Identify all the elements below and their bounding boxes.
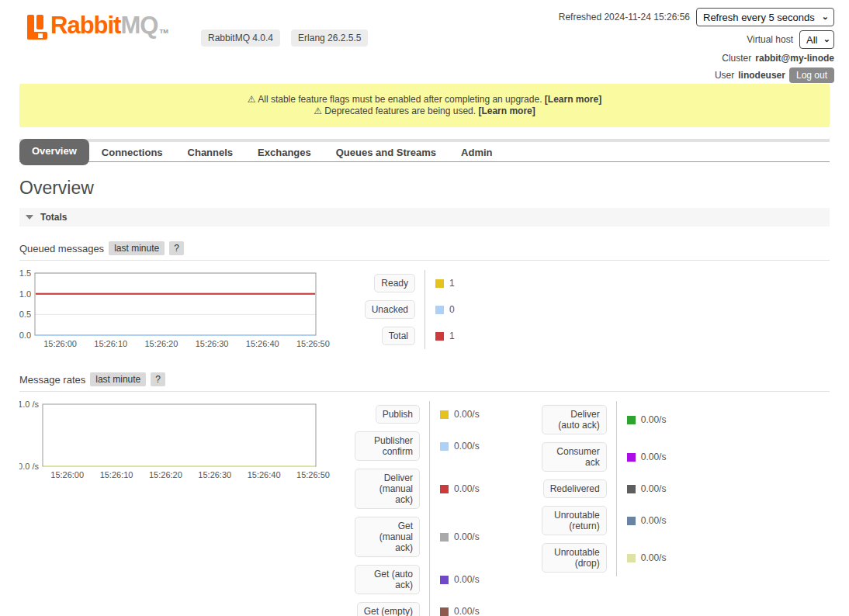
legend-row-deliver-auto: Deliver (auto ack) 0.00/s xyxy=(532,401,667,438)
user-name: linodeuser xyxy=(738,70,785,81)
svg-text:15:26:40: 15:26:40 xyxy=(248,470,281,479)
consumer-ack-rate: 0.00/s xyxy=(641,452,667,462)
learn-more-link-2[interactable]: [Learn more] xyxy=(478,106,535,116)
tab-admin[interactable]: Admin xyxy=(449,139,504,163)
queued-messages-legend: Ready 1 Unacked 0 Total 1 xyxy=(345,270,455,349)
deliver-manual-color-swatch xyxy=(440,485,449,493)
svg-text:1.5: 1.5 xyxy=(19,270,31,278)
queued-messages-title: Queued messages xyxy=(19,243,104,254)
ready-legend-button[interactable]: Ready xyxy=(374,274,415,292)
header-status-panel: Refreshed 2024-11-24 15:26:56 Refresh ev… xyxy=(559,8,834,83)
message-rates-chart: 1.0 /s0.0 /s15:26:0015:26:1015:26:2015:2… xyxy=(19,401,345,482)
total-color-swatch xyxy=(435,332,444,341)
legend-row-deliver-manual: Deliver (manual ack) 0.00/s xyxy=(345,465,480,513)
page-title: Overview xyxy=(19,178,830,199)
learn-more-link-1[interactable]: [Learn more] xyxy=(545,94,601,105)
get-auto-legend-button[interactable]: Get (auto ack) xyxy=(355,565,420,594)
svg-text:15:26:30: 15:26:30 xyxy=(196,339,229,348)
cluster-name: rabbit@my-linode xyxy=(755,53,834,64)
deliver-auto-legend-button[interactable]: Deliver (auto ack) xyxy=(542,405,607,434)
message-rates-legend-left: Publish 0.00/s Publisher confirm 0.00/s … xyxy=(345,401,480,616)
queued-messages-chart-svg: 1.51.00.50.015:26:0015:26:1015:26:2015:2… xyxy=(19,270,345,351)
svg-text:15:26:20: 15:26:20 xyxy=(144,339,178,348)
deliver-manual-legend-button[interactable]: Deliver (manual ack) xyxy=(355,469,420,509)
get-empty-legend-button[interactable]: Get (empty) xyxy=(357,602,420,616)
erlang-version-badge: Erlang 26.2.5.5 xyxy=(291,29,368,47)
svg-text:15:26:10: 15:26:10 xyxy=(100,470,133,479)
legend-row-publish: Publish 0.00/s xyxy=(345,401,480,427)
feature-flags-warning-banner: ⚠ All stable feature flags must be enabl… xyxy=(19,84,830,127)
totals-section-header[interactable]: Totals xyxy=(19,208,830,227)
svg-text:15:26:00: 15:26:00 xyxy=(50,470,84,479)
message-rates-legend-right: Deliver (auto ack) 0.00/s Consumer ack 0… xyxy=(532,401,667,576)
cluster-label: Cluster xyxy=(722,53,751,64)
warning-line-2: ⚠ Deprecated features are being used. [L… xyxy=(27,106,822,117)
svg-text:0.0 /s: 0.0 /s xyxy=(19,462,39,471)
queued-messages-section-label: Queued messages last minute ? xyxy=(19,241,830,261)
publish-legend-button[interactable]: Publish xyxy=(376,405,420,424)
virtual-host-label: Virtual host xyxy=(747,34,793,45)
legend-row-get-empty: Get (empty) 0.00/s xyxy=(345,598,480,616)
total-legend-button[interactable]: Total xyxy=(382,327,415,345)
svg-text:1.0: 1.0 xyxy=(19,289,31,299)
consumer-ack-legend-button[interactable]: Consumer ack xyxy=(542,442,607,472)
legend-row-ready: Ready 1 xyxy=(345,270,455,296)
svg-text:15:26:20: 15:26:20 xyxy=(149,470,182,479)
svg-text:15:26:50: 15:26:50 xyxy=(296,339,330,348)
svg-text:15:26:00: 15:26:00 xyxy=(43,339,77,348)
get-empty-rate: 0.00/s xyxy=(454,606,480,616)
refreshed-timestamp: Refreshed 2024-11-24 15:26:56 xyxy=(559,12,690,22)
get-empty-color-swatch xyxy=(440,607,449,616)
total-value: 1 xyxy=(449,330,455,341)
tab-connections[interactable]: Connections xyxy=(89,139,175,163)
svg-text:0.0: 0.0 xyxy=(19,330,31,340)
publisher-confirm-legend-button[interactable]: Publisher confirm xyxy=(355,431,420,461)
unroutable-return-legend-button[interactable]: Unroutable (return) xyxy=(542,506,607,535)
virtual-host-select[interactable]: All xyxy=(799,30,834,49)
deliver-auto-rate: 0.00/s xyxy=(641,414,667,425)
publisher-confirm-color-swatch xyxy=(440,442,449,451)
publish-color-swatch xyxy=(440,410,449,419)
ready-color-swatch xyxy=(435,279,444,288)
legend-row-unroutable-drop: Unroutable (drop) 0.00/s xyxy=(532,539,667,576)
tab-overview[interactable]: Overview xyxy=(19,139,89,165)
warning-text-1: ⚠ All stable feature flags must be enabl… xyxy=(248,94,542,105)
rates-period-badge[interactable]: last minute xyxy=(90,372,146,386)
redelivered-legend-button[interactable]: Redelivered xyxy=(543,479,607,498)
unroutable-drop-color-swatch xyxy=(627,554,636,562)
publisher-confirm-rate: 0.00/s xyxy=(454,441,480,452)
svg-text:15:26:50: 15:26:50 xyxy=(296,470,330,479)
svg-text:15:26:40: 15:26:40 xyxy=(246,339,279,348)
totals-label: Totals xyxy=(40,212,67,223)
rates-help-badge[interactable]: ? xyxy=(151,372,165,386)
rabbitmq-version-badge: RabbitMQ 4.0.4 xyxy=(201,29,280,47)
unroutable-drop-legend-button[interactable]: Unroutable (drop) xyxy=(542,543,607,573)
queued-help-badge[interactable]: ? xyxy=(169,241,184,255)
get-manual-color-swatch xyxy=(440,533,449,542)
unacked-legend-button[interactable]: Unacked xyxy=(365,300,415,319)
unacked-value: 0 xyxy=(449,304,455,315)
legend-row-publisher-confirm: Publisher confirm 0.00/s xyxy=(345,427,480,465)
message-rates-section-label: Message rates last minute ? xyxy=(19,372,830,392)
svg-text:15:26:30: 15:26:30 xyxy=(198,470,231,479)
get-manual-legend-button[interactable]: Get (manual ack) xyxy=(355,517,420,557)
main-nav-tabs: Overview Connections Channels Exchanges … xyxy=(19,139,830,162)
svg-text:15:26:10: 15:26:10 xyxy=(94,339,127,348)
brand-wordmark: RabbitMQTM xyxy=(50,12,168,45)
user-label: User xyxy=(715,70,734,81)
queued-period-badge[interactable]: last minute xyxy=(109,241,165,255)
logout-button[interactable]: Log out xyxy=(789,67,834,83)
unroutable-return-color-swatch xyxy=(627,517,636,525)
svg-text:0.5: 0.5 xyxy=(19,310,31,319)
message-rates-title: Message rates xyxy=(19,374,85,386)
tab-channels[interactable]: Channels xyxy=(175,139,246,163)
queued-messages-chart: 1.51.00.50.015:26:0015:26:1015:26:2015:2… xyxy=(19,270,345,351)
tab-exchanges[interactable]: Exchanges xyxy=(245,139,324,163)
refresh-interval-select[interactable]: Refresh every 5 seconds xyxy=(696,8,834,26)
rabbitmq-logo[interactable]: RabbitMQTM xyxy=(27,12,168,45)
warning-line-1: ⚠ All stable feature flags must be enabl… xyxy=(27,94,822,106)
legend-row-redelivered: Redelivered 0.00/s xyxy=(532,476,667,502)
legend-row-consumer-ack: Consumer ack 0.00/s xyxy=(532,438,667,476)
legend-row-unroutable-return: Unroutable (return) 0.00/s xyxy=(532,502,667,539)
tab-queues-and-streams[interactable]: Queues and Streams xyxy=(324,139,449,163)
